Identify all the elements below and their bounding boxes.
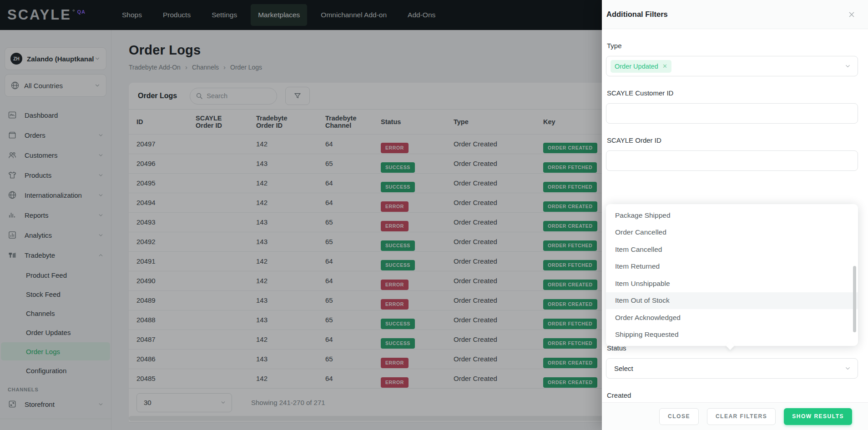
type-label: Type (607, 42, 858, 50)
dropdown-option[interactable]: Package Shipped (606, 207, 858, 224)
customer-id-input-wrap (606, 103, 858, 124)
customer-id-input[interactable] (611, 104, 851, 123)
dropdown-option[interactable]: Item Out of Stock (606, 292, 858, 310)
status-select[interactable]: Select (606, 358, 858, 379)
close-button[interactable]: CLOSE (659, 408, 699, 425)
dropdown-option[interactable]: Order Acknowledged (606, 309, 858, 326)
type-chip-label: Order Updated (615, 63, 658, 70)
chip-remove-icon[interactable]: ✕ (662, 63, 667, 69)
dropdown-option[interactable]: Order Cancelled (606, 224, 858, 241)
dropdown-option[interactable]: Item Cancelled (606, 241, 858, 258)
additional-filters-panel: Additional Filters Type Order Updated ✕ … (602, 0, 868, 430)
dropdown-option[interactable]: Item Unshippable (606, 275, 858, 292)
key-dropdown-menu: Package Shipped Order Cancelled Item Can… (606, 204, 858, 346)
type-select[interactable]: Order Updated ✕ (606, 56, 858, 76)
dropdown-scrollbar[interactable] (853, 266, 856, 332)
chevron-down-icon (844, 365, 851, 372)
panel-footer: CLOSE CLEAR FILTERS SHOW RESULTS (602, 402, 868, 430)
dropdown-option[interactable]: Shipping Requested (606, 326, 858, 344)
customer-id-label: SCAYLE Customer ID (607, 89, 858, 97)
panel-body: Type Order Updated ✕ SCAYLE Customer ID … (602, 42, 868, 426)
order-id-label: SCAYLE Order ID (607, 136, 858, 145)
panel-title: Additional Filters (606, 10, 846, 19)
show-results-button[interactable]: SHOW RESULTS (784, 408, 852, 425)
dropdown-option[interactable]: Item Returned (606, 258, 858, 275)
order-id-input-wrap (606, 150, 858, 171)
created-label: Created (607, 391, 858, 400)
clear-filters-button[interactable]: CLEAR FILTERS (707, 408, 776, 425)
status-select-placeholder: Select (611, 365, 844, 372)
close-icon[interactable] (846, 9, 857, 20)
order-id-input[interactable] (611, 151, 851, 170)
type-chip: Order Updated ✕ (611, 60, 671, 73)
chevron-down-icon (844, 63, 851, 70)
